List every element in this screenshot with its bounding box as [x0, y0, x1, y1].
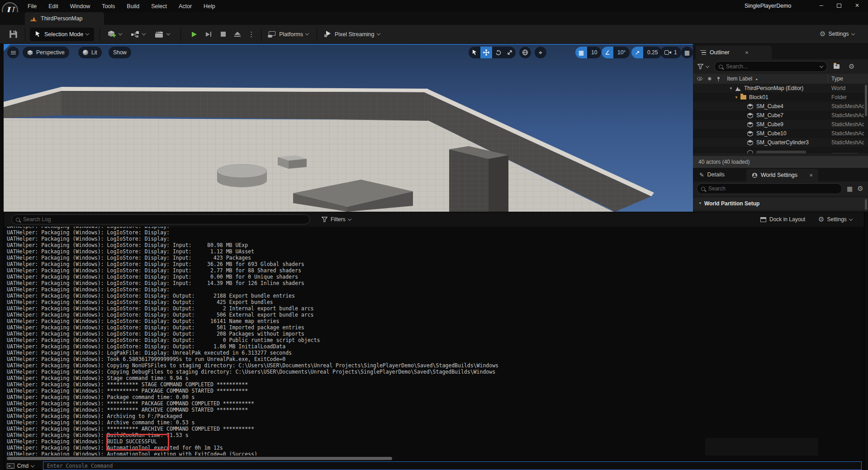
table-row[interactable]: ▼ Block01 Folder	[693, 93, 868, 102]
gear-icon: ⚙	[820, 30, 825, 38]
maximize-button[interactable]	[837, 4, 841, 8]
viewport-layout-button[interactable]: ▦	[681, 47, 693, 58]
staticmesh-icon	[747, 122, 753, 128]
blueprint-icon	[131, 31, 140, 38]
table-row[interactable]: SM_Cube4 StaticMeshActor	[693, 102, 868, 111]
table-row[interactable]: SM_Cube10 StaticMeshActor	[693, 129, 868, 138]
menu-edit[interactable]: Edit	[43, 3, 64, 9]
pixel-streaming-dropdown[interactable]: Pixel Streaming	[324, 31, 380, 38]
expand-icon[interactable]: ▼	[735, 95, 738, 100]
save-icon[interactable]	[9, 30, 18, 38]
tab-outliner[interactable]: Outliner ✕	[696, 46, 772, 59]
cmd-dropdown[interactable]: >_ Cmd	[7, 463, 34, 469]
search-icon	[719, 65, 723, 69]
sort-asc-icon: ▲	[755, 77, 758, 81]
tab-world-settings[interactable]: World Settings ✕	[746, 169, 818, 181]
blueprints-dropdown[interactable]	[126, 31, 150, 38]
move-tool[interactable]	[480, 47, 492, 58]
stop-button[interactable]	[217, 28, 229, 40]
platforms-dropdown[interactable]: Platforms	[268, 31, 308, 38]
menu-actor[interactable]: Actor	[173, 3, 198, 9]
star-column-icon[interactable]: ✱	[707, 76, 711, 82]
log-hscrollbar[interactable]	[7, 457, 392, 460]
asset-tab-bar: ThirdPersonMap	[0, 12, 868, 25]
details-search-row: ▦ ⚙	[693, 181, 868, 196]
menu-file[interactable]: File	[22, 3, 43, 9]
world-coordinate-toggle[interactable]	[519, 47, 531, 58]
table-row[interactable]: SM_Cube9 StaticMeshActor	[693, 120, 868, 129]
tab-thirdpersonmap[interactable]: ThirdPersonMap	[25, 12, 104, 25]
menu-window[interactable]: Window	[64, 3, 96, 9]
tab-details[interactable]: ✎ Details	[693, 168, 731, 181]
scale-tool[interactable]	[504, 47, 516, 58]
frame-skip-button[interactable]	[203, 28, 214, 40]
rotation-snap-control[interactable]: ∠ 10°	[602, 47, 630, 58]
pencil-icon: ✎	[699, 171, 704, 178]
console-command-input[interactable]	[43, 461, 862, 470]
viewport[interactable]: Perspective Lit Show	[4, 44, 693, 212]
select-tool[interactable]	[469, 47, 480, 58]
pin-column-icon[interactable]	[717, 77, 720, 79]
section-title: World Partition Setup	[704, 200, 759, 207]
visibility-column-icon[interactable]	[697, 77, 702, 81]
scale-snap-control[interactable]: ↗ 0.25	[631, 47, 662, 58]
grid-snap-control[interactable]: ▦ 10	[575, 47, 601, 58]
details-scrollbar[interactable]	[865, 199, 867, 210]
level-icon	[30, 16, 37, 21]
play-button[interactable]	[188, 28, 200, 40]
close-button[interactable]: ✕	[855, 2, 859, 9]
menu-select[interactable]: Select	[145, 3, 173, 9]
selection-mode-dropdown[interactable]: Selection Mode	[30, 28, 94, 41]
item-label-column[interactable]: Item Label	[727, 76, 752, 82]
surface-snapping-button[interactable]: ⌖	[535, 47, 546, 58]
show-dropdown[interactable]: Show	[109, 47, 131, 58]
world-partition-section[interactable]: ▼ World Partition Setup	[693, 197, 868, 209]
menu-tools[interactable]: Tools	[96, 3, 121, 9]
log-search-input[interactable]	[23, 216, 305, 223]
folder-icon	[740, 95, 746, 100]
new-folder-icon[interactable]: +	[834, 64, 840, 69]
minimize-button[interactable]: –	[814, 1, 829, 9]
staticmesh-icon	[747, 131, 753, 137]
details-settings-gear-icon[interactable]: ⚙	[857, 185, 863, 193]
log-content[interactable]: UATHelper: Packaging (Windows): LogIoSto…	[4, 227, 864, 456]
scene-3d	[4, 44, 693, 212]
table-row-partial[interactable]	[693, 147, 868, 153]
details-search[interactable]	[697, 183, 842, 194]
menu-help[interactable]: Help	[198, 3, 221, 9]
perspective-dropdown[interactable]: Perspective	[23, 47, 69, 58]
lit-dropdown[interactable]: Lit	[78, 47, 102, 58]
outliner-close-icon[interactable]: ✕	[745, 50, 749, 55]
outliner-search[interactable]	[714, 61, 827, 72]
outliner-search-input[interactable]	[726, 63, 819, 70]
display-filter-icon[interactable]: ▦	[847, 185, 853, 192]
toolbar-settings-dropdown[interactable]: ⚙ Settings	[820, 30, 854, 38]
eject-button[interactable]	[232, 28, 243, 40]
world-settings-close-icon[interactable]: ✕	[809, 173, 813, 178]
log-settings-dropdown[interactable]: ⚙ Settings	[818, 215, 852, 223]
table-row[interactable]: ▼ ThirdPersonMap (Editor) World	[693, 84, 868, 93]
camera-speed-control[interactable]: 1	[660, 47, 681, 58]
log-search[interactable]	[11, 214, 310, 224]
cinematics-dropdown[interactable]	[150, 30, 174, 38]
add-actor-dropdown[interactable]	[103, 30, 126, 39]
outliner-settings-gear-icon[interactable]: ⚙	[849, 62, 854, 71]
details-search-input[interactable]	[708, 185, 838, 192]
cursor-icon	[35, 31, 41, 38]
outliner-filter-button[interactable]	[697, 64, 709, 69]
viewport-options-button[interactable]	[7, 47, 19, 58]
type-column[interactable]: Type	[831, 76, 843, 82]
platforms-label: Platforms	[279, 31, 303, 38]
outliner-scrollbar[interactable]	[865, 85, 867, 116]
globe-icon	[522, 49, 528, 56]
log-filters-dropdown[interactable]: Filters	[322, 216, 351, 223]
perspective-label: Perspective	[36, 49, 65, 56]
menu-build[interactable]: Build	[121, 3, 145, 9]
rotate-tool[interactable]	[492, 47, 504, 58]
dock-in-layout-button[interactable]: Dock in Layout	[760, 216, 805, 223]
play-options-kebab[interactable]: ⋮	[248, 30, 255, 38]
table-row[interactable]: SM_QuarterCylinder3 StaticMeshActor	[693, 138, 868, 147]
table-row[interactable]: SM_Cube7 StaticMeshActor	[693, 111, 868, 120]
play-controls: ⋮	[188, 28, 255, 40]
expand-icon[interactable]: ▼	[729, 86, 733, 90]
